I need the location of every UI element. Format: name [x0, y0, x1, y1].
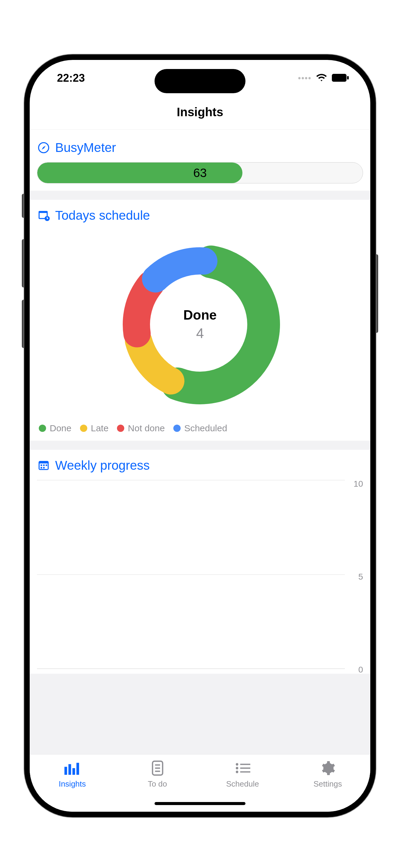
- svg-rect-17: [43, 467, 45, 468]
- donut-center-label: Done: [183, 308, 217, 322]
- svg-rect-21: [76, 763, 79, 775]
- svg-rect-20: [73, 768, 75, 775]
- phone-screen: 22:23 •••• Insights: [30, 60, 370, 812]
- tab-insights-label: Insights: [59, 779, 86, 789]
- svg-rect-29: [240, 768, 250, 769]
- document-icon: [151, 760, 164, 776]
- svg-rect-15: [46, 465, 47, 466]
- busymeter-card: BusyMeter 63: [30, 129, 370, 191]
- schedule-card: Todays schedule: [30, 200, 370, 441]
- content-scroll[interactable]: BusyMeter 63: [30, 129, 370, 754]
- svg-point-30: [236, 771, 238, 773]
- calendar-icon: [37, 459, 50, 472]
- tab-insights[interactable]: Insights: [30, 754, 115, 812]
- busymeter-bar: 63: [37, 162, 363, 183]
- svg-rect-16: [40, 467, 42, 468]
- svg-point-26: [236, 763, 238, 766]
- page-title: Insights: [30, 96, 370, 129]
- phone-frame: 22:23 •••• Insights: [24, 55, 376, 817]
- busymeter-header[interactable]: BusyMeter: [37, 141, 363, 155]
- compass-icon: [37, 141, 50, 154]
- list-icon: [235, 760, 250, 776]
- tab-todo-label: To do: [148, 779, 167, 789]
- svg-rect-18: [64, 767, 67, 775]
- weekly-header[interactable]: Weekly progress: [37, 458, 363, 473]
- svg-marker-3: [41, 146, 46, 150]
- wifi-icon: [316, 72, 327, 85]
- weekly-card: Weekly progress 10 5 0: [30, 450, 370, 674]
- y-label-0: 0: [358, 665, 363, 675]
- weekly-bar-chart: 10 5 0: [37, 480, 363, 674]
- schedule-legend: Done Late Not done Scheduled: [37, 423, 363, 433]
- legend-notdone: Not done: [117, 423, 165, 433]
- weekly-title: Weekly progress: [55, 458, 150, 473]
- svg-point-28: [236, 767, 238, 769]
- cellular-icon: ••••: [298, 73, 312, 83]
- battery-icon: [332, 72, 349, 85]
- y-label-5: 5: [358, 572, 363, 582]
- bar-chart-icon: [64, 760, 81, 776]
- schedule-donut-chart: Done 4: [109, 234, 291, 415]
- schedule-title: Todays schedule: [55, 208, 150, 223]
- svg-rect-14: [43, 465, 45, 466]
- svg-rect-1: [347, 76, 349, 79]
- svg-rect-19: [68, 764, 71, 775]
- calendar-clock-icon: [37, 209, 50, 222]
- tab-settings-label: Settings: [314, 779, 342, 789]
- svg-rect-27: [240, 764, 250, 765]
- donut-center-value: 4: [183, 325, 217, 341]
- schedule-header[interactable]: Todays schedule: [37, 208, 363, 223]
- svg-rect-0: [332, 74, 346, 82]
- y-label-10: 10: [354, 479, 363, 489]
- svg-rect-13: [40, 465, 42, 466]
- legend-late: Late: [80, 423, 109, 433]
- home-indicator[interactable]: [154, 802, 246, 805]
- legend-scheduled: Scheduled: [173, 423, 227, 433]
- busymeter-title: BusyMeter: [55, 141, 116, 155]
- svg-rect-31: [240, 771, 250, 772]
- tab-schedule-label: Schedule: [226, 779, 259, 789]
- tab-settings[interactable]: Settings: [285, 754, 370, 812]
- legend-done: Done: [39, 423, 72, 433]
- gear-icon: [320, 760, 336, 776]
- busymeter-value: 63: [37, 162, 363, 183]
- status-time: 22:23: [57, 72, 85, 85]
- dynamic-island: [154, 69, 246, 93]
